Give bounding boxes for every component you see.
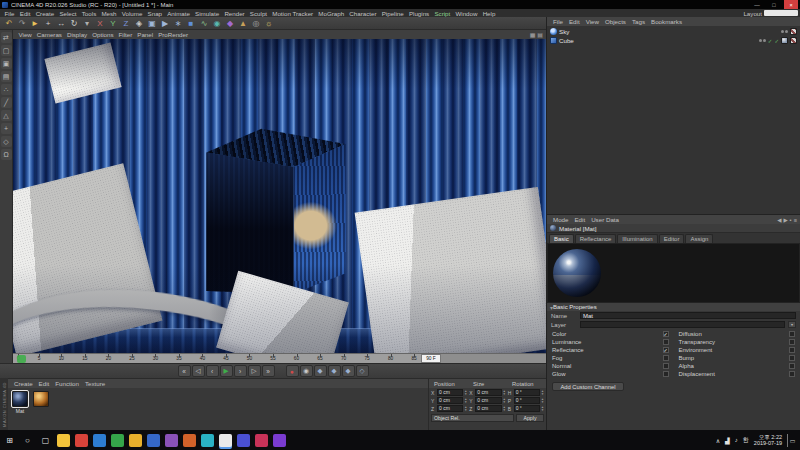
render-picture-viewer-icon[interactable]: ▶ [159, 17, 171, 29]
add-light-icon[interactable]: ☼ [263, 17, 275, 29]
position-z-field[interactable]: 0 cm [437, 405, 463, 412]
prev-frame-button[interactable]: ‹ [206, 365, 219, 377]
chrome-icon[interactable] [219, 434, 232, 447]
timeline-ruler[interactable]: 0510152025303540455055606570758085 90 F [13, 353, 546, 363]
channel-checkbox[interactable] [789, 347, 795, 353]
menu-item[interactable]: Volume [119, 10, 145, 17]
close-button[interactable]: × [784, 0, 798, 9]
folder-icon[interactable] [57, 434, 70, 447]
channel-checkbox[interactable] [663, 347, 669, 353]
attribute-tab[interactable]: Illumination [617, 234, 657, 243]
app-icon-blue[interactable] [147, 434, 160, 447]
channel-toggle[interactable]: Alpha [679, 363, 796, 369]
phong-tag-icon[interactable] [781, 37, 788, 44]
viewport-menu-item[interactable]: Display [64, 31, 89, 38]
stepper[interactable]: ▲▼ [503, 406, 506, 411]
material-thumbnail[interactable] [33, 391, 49, 407]
channel-toggle[interactable]: Fog [552, 355, 669, 361]
menu-item[interactable]: Tools [79, 10, 99, 17]
channel-toggle[interactable]: Color [552, 331, 669, 337]
menu-item[interactable]: Snap [145, 10, 165, 17]
channel-checkbox[interactable] [663, 339, 669, 345]
menu-item[interactable]: MoGraph [316, 10, 347, 17]
app-icon-gold[interactable] [129, 434, 142, 447]
add-camera-icon[interactable]: ◎ [250, 17, 262, 29]
channel-toggle[interactable]: Reflectance [552, 347, 669, 353]
app-icon-orange[interactable] [183, 434, 196, 447]
material-thumbnail[interactable] [12, 391, 28, 407]
rotate-icon[interactable]: ↻ [68, 17, 80, 29]
app-icon-violet[interactable] [273, 434, 286, 447]
single-view-icon[interactable]: ▦ [530, 31, 536, 38]
workplane-snap-icon[interactable]: Ω [1, 149, 12, 160]
live-selection-icon[interactable]: ► [29, 17, 41, 29]
attribute-menu-item[interactable]: Edit [571, 216, 588, 223]
menu-item[interactable]: Mesh [99, 10, 119, 17]
viewport-menu-item[interactable]: ProRender [156, 31, 191, 38]
undo-icon[interactable]: ↶ [3, 17, 15, 29]
edge-icon[interactable] [93, 434, 106, 447]
points-mode-icon[interactable]: ∴ [1, 84, 12, 95]
channel-toggle[interactable]: Diffusion [679, 331, 796, 337]
texture-tag-icon[interactable] [790, 28, 797, 35]
stepper[interactable]: ▲▼ [541, 390, 544, 395]
object-menu-item[interactable]: File [550, 18, 566, 25]
record-parameter-button[interactable]: ◇ [356, 365, 369, 377]
channel-checkbox[interactable] [789, 331, 795, 337]
position-x-field[interactable]: 0 cm [437, 389, 463, 396]
add-spline-icon[interactable]: ∿ [198, 17, 210, 29]
make-editable-icon[interactable]: ⇄ [1, 32, 12, 43]
menu-item[interactable]: Sculpt [247, 10, 269, 17]
workplane-mode-icon[interactable]: ▤ [1, 71, 12, 82]
texture-mode-icon[interactable]: ▣ [1, 58, 12, 69]
maximize-button[interactable]: □ [767, 0, 781, 9]
add-custom-channel-button[interactable]: Add Custom Channel [552, 382, 624, 391]
scale-icon[interactable]: ↔ [55, 17, 67, 29]
menu-item[interactable]: Simulate [193, 10, 222, 17]
redo-icon[interactable]: ↷ [16, 17, 28, 29]
size-y-field[interactable]: 0 cm [475, 397, 501, 404]
notification-center-button[interactable]: ▭ [787, 434, 797, 447]
viewport-menu-item[interactable]: Panel [135, 31, 156, 38]
record-scale-button[interactable]: ◆ [328, 365, 341, 377]
coordinate-mode-dropdown[interactable]: Object Rel. [431, 414, 514, 422]
channel-toggle[interactable]: Glow [552, 371, 669, 377]
channel-checkbox[interactable] [789, 371, 795, 377]
stepper[interactable]: ▲▼ [541, 406, 544, 411]
material-menu-item[interactable]: Texture [82, 380, 108, 387]
layout-dropdown[interactable] [764, 10, 798, 16]
menu-item[interactable]: Character [347, 10, 379, 17]
channel-toggle[interactable]: Displacement [679, 371, 796, 377]
material-item-2[interactable] [32, 391, 50, 414]
next-key-button[interactable]: ▷ [248, 365, 261, 377]
volume-icon[interactable]: ♪ [735, 437, 738, 443]
viewport-canvas[interactable] [13, 39, 546, 353]
network-icon[interactable]: ▟ [725, 437, 730, 444]
channel-checkbox[interactable] [789, 339, 795, 345]
taskbar-clock[interactable]: 오후 2:22 2019-07-19 [754, 434, 782, 447]
stepper[interactable]: ▲▼ [464, 406, 467, 411]
goto-end-button[interactable]: » [262, 365, 275, 377]
attribute-tab[interactable]: Basic [549, 234, 574, 243]
last-used-tool-icon[interactable]: ▾ [81, 17, 93, 29]
menu-item[interactable]: Render [222, 10, 247, 17]
current-frame-marker[interactable] [17, 355, 26, 363]
move-icon[interactable]: + [42, 17, 54, 29]
ime-indicator[interactable]: 한 [743, 436, 749, 445]
add-cube-icon[interactable]: ■ [185, 17, 197, 29]
attribute-tab[interactable]: Reflectance [575, 234, 617, 243]
app-icon-teal[interactable] [201, 434, 214, 447]
apply-button[interactable]: Apply [516, 414, 544, 422]
menu-item[interactable]: Select [57, 10, 79, 17]
basic-properties-header[interactable]: Basic Properties [547, 303, 800, 311]
play-button[interactable]: ▶ [220, 365, 233, 377]
am-lock-icon[interactable]: ▪ [790, 217, 792, 223]
stepper[interactable]: ▲▼ [503, 398, 506, 403]
menu-item[interactable]: Motion Tracker [270, 10, 316, 17]
layer-field[interactable] [580, 321, 785, 328]
material-menu-item[interactable]: Create [11, 380, 36, 387]
viewport-menu-item[interactable]: Cameras [34, 31, 64, 38]
visibility-dots[interactable] [781, 30, 788, 33]
add-deformer-icon[interactable]: ◆ [224, 17, 236, 29]
material-menu-item[interactable]: Function [52, 380, 82, 387]
